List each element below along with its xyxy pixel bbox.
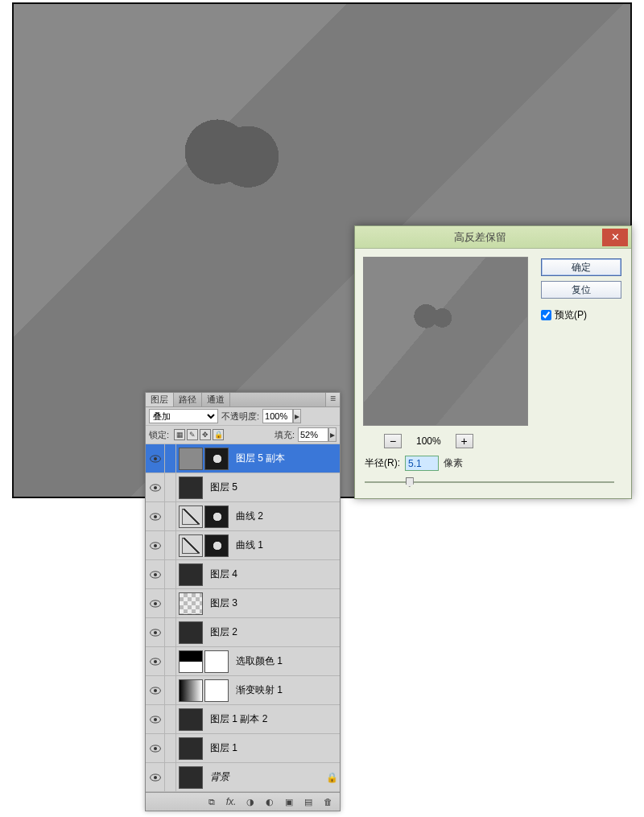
visibility-eye-icon[interactable]: [146, 502, 165, 530]
layer-name[interactable]: 图层 1 副本 2: [210, 712, 267, 726]
layer-name[interactable]: 背景: [210, 770, 229, 784]
layer-thumbnails: [176, 563, 205, 586]
layer-fx-icon[interactable]: fx.: [224, 795, 238, 808]
layer-row[interactable]: 曲线 2: [146, 502, 340, 531]
layer-name[interactable]: 渐变映射 1: [236, 683, 283, 697]
opacity-stepper-icon[interactable]: ▸: [293, 409, 301, 423]
layer-name[interactable]: 图层 3: [210, 596, 237, 610]
preview-checkbox[interactable]: [541, 310, 551, 320]
delete-layer-icon[interactable]: 🗑: [320, 795, 335, 808]
blend-opacity-row: 叠加 不透明度: ▸: [146, 407, 340, 426]
layer-row[interactable]: 图层 1: [146, 734, 340, 763]
layer-row[interactable]: 图层 2: [146, 618, 340, 647]
add-mask-icon[interactable]: ◑: [243, 795, 258, 808]
layer-thumbnail[interactable]: [179, 737, 203, 760]
layer-name[interactable]: 曲线 1: [236, 538, 263, 552]
reset-button[interactable]: 复位: [541, 281, 621, 299]
tab-channels[interactable]: 通道: [202, 393, 230, 406]
layer-row[interactable]: 图层 5 副本: [146, 444, 340, 473]
layer-name[interactable]: 图层 5 副本: [236, 452, 285, 465]
zoom-out-button[interactable]: −: [384, 434, 402, 448]
layer-thumbnail[interactable]: [179, 563, 203, 586]
new-adjustment-icon[interactable]: ◐: [262, 795, 277, 808]
layer-row[interactable]: 选取颜色 1: [146, 647, 340, 676]
layer-thumbnail[interactable]: [179, 621, 203, 644]
visibility-eye-icon[interactable]: [146, 676, 165, 704]
layer-thumbnail[interactable]: [179, 766, 203, 789]
fill-input[interactable]: [298, 427, 328, 442]
visibility-eye-icon[interactable]: [146, 734, 165, 762]
layer-thumbnail[interactable]: [179, 477, 203, 499]
layer-row[interactable]: 图层 5: [146, 473, 340, 502]
layer-row[interactable]: 背景🔒: [146, 763, 340, 792]
visibility-eye-icon[interactable]: [146, 560, 165, 588]
layer-name[interactable]: 曲线 2: [236, 510, 263, 523]
layer-thumbnails: [176, 708, 205, 731]
layer-name[interactable]: 选取颜色 1: [236, 654, 283, 668]
lock-position-icon[interactable]: ✥: [200, 429, 211, 440]
layer-thumbnail[interactable]: [204, 448, 229, 470]
filter-preview[interactable]: [363, 257, 528, 426]
link-column: [165, 444, 176, 472]
lock-pixels-icon[interactable]: ✎: [187, 429, 198, 440]
high-pass-dialog: 高反差保留 ✕ 确定 复位 预览(P) − 100% + 半径(R): 像素: [354, 225, 632, 499]
layer-row[interactable]: 图层 4: [146, 560, 340, 589]
layer-row[interactable]: 图层 1 副本 2: [146, 705, 340, 734]
visibility-eye-icon[interactable]: [146, 763, 165, 791]
tab-layers[interactable]: 图层: [146, 393, 174, 406]
lock-transparent-icon[interactable]: ▦: [174, 429, 185, 440]
close-icon[interactable]: ✕: [602, 229, 628, 246]
svg-point-1: [153, 456, 156, 460]
layer-thumbnail[interactable]: [179, 534, 203, 557]
new-group-icon[interactable]: ▣: [282, 795, 296, 808]
visibility-eye-icon[interactable]: [146, 531, 165, 559]
layer-name[interactable]: 图层 5: [210, 481, 237, 494]
fill-stepper-icon[interactable]: ▸: [328, 427, 336, 442]
svg-point-15: [153, 659, 156, 662]
layer-name[interactable]: 图层 1: [210, 741, 237, 755]
layer-thumbnail[interactable]: [179, 592, 203, 615]
layer-thumbnail[interactable]: [179, 679, 203, 702]
opacity-input[interactable]: [262, 409, 293, 423]
preview-checkbox-row[interactable]: 预览(P): [541, 308, 621, 322]
link-column: [165, 531, 176, 559]
dialog-titlebar[interactable]: 高反差保留 ✕: [355, 226, 631, 249]
link-column: [165, 502, 176, 530]
layer-thumbnails: [176, 679, 231, 702]
layer-thumbnail[interactable]: [179, 505, 203, 528]
layer-thumbnail[interactable]: [204, 650, 229, 673]
visibility-eye-icon[interactable]: [146, 618, 165, 646]
lock-all-icon[interactable]: 🔒: [213, 429, 224, 440]
layer-name[interactable]: 图层 2: [210, 625, 237, 639]
layer-thumbnail[interactable]: [204, 679, 229, 702]
new-layer-icon[interactable]: ▤: [301, 795, 316, 808]
panel-menu-icon[interactable]: ≡: [325, 393, 340, 406]
link-column: [165, 734, 176, 762]
radius-input[interactable]: [405, 456, 439, 471]
layer-thumbnail[interactable]: [179, 448, 203, 470]
layer-row[interactable]: 渐变映射 1: [146, 676, 340, 705]
layer-row[interactable]: 图层 3: [146, 589, 340, 618]
radius-slider-thumb[interactable]: [406, 477, 414, 487]
layer-name[interactable]: 图层 4: [210, 567, 237, 581]
preview-checkbox-label: 预览(P): [555, 308, 587, 322]
visibility-eye-icon[interactable]: [146, 444, 165, 472]
layer-thumbnail[interactable]: [179, 650, 203, 673]
blend-mode-select[interactable]: 叠加: [149, 409, 218, 423]
layer-row[interactable]: 曲线 1: [146, 531, 340, 560]
layer-thumbnail[interactable]: [179, 708, 203, 731]
link-layers-icon[interactable]: ⧉: [204, 795, 219, 808]
svg-point-17: [153, 688, 156, 691]
ok-button[interactable]: 确定: [541, 258, 621, 276]
tab-paths[interactable]: 路径: [174, 393, 202, 406]
visibility-eye-icon[interactable]: [146, 589, 165, 617]
radius-slider[interactable]: [365, 476, 614, 489]
lock-fill-row: 锁定: ▦ ✎ ✥ 🔒 填充: ▸: [146, 426, 340, 444]
layer-thumbnail[interactable]: [204, 534, 229, 557]
link-column: [165, 676, 176, 704]
visibility-eye-icon[interactable]: [146, 647, 165, 675]
visibility-eye-icon[interactable]: [146, 473, 165, 501]
zoom-in-button[interactable]: +: [456, 434, 473, 448]
layer-thumbnail[interactable]: [204, 505, 229, 528]
visibility-eye-icon[interactable]: [146, 705, 165, 733]
